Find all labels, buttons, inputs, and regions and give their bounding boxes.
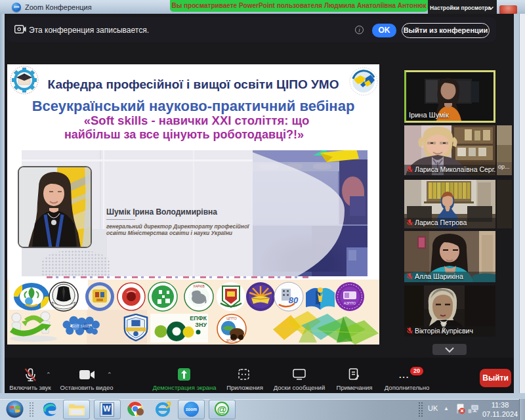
svg-text:Soft skills: Soft skills (72, 324, 91, 328)
svg-text:ЗНУ: ЗНУ (195, 322, 207, 328)
svg-text:АЗПТО: АЗПТО (344, 301, 356, 305)
svg-text:ЗІПОПС: ЗІПОПС (226, 339, 238, 343)
svg-text:ХАРКІВ: ХАРКІВ (193, 284, 205, 288)
svg-text:ЦПТО: ЦПТО (226, 316, 237, 320)
svg-text:ЕПФК: ЕПФК (190, 315, 207, 322)
